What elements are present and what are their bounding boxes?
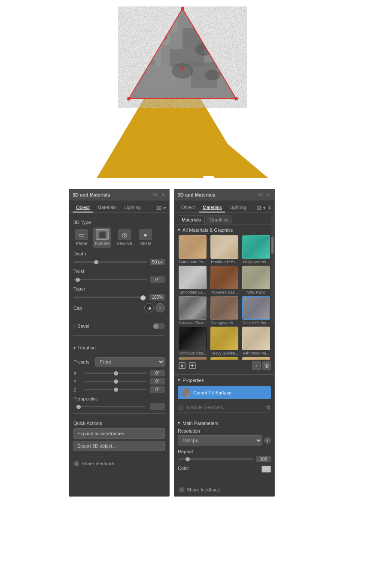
- sub-tab-materials[interactable]: Materials: [178, 215, 205, 224]
- mat-icon-download[interactable]: [188, 361, 197, 370]
- svg-rect-2: [131, 15, 157, 32]
- z-track[interactable]: [85, 389, 147, 390]
- x-track[interactable]: [85, 373, 147, 374]
- y-thumb[interactable]: [114, 379, 118, 384]
- info-icon-right[interactable]: ℹ: [269, 205, 271, 211]
- cap-icon-filled[interactable]: ◑: [144, 303, 154, 312]
- taper-track[interactable]: [73, 297, 147, 298]
- handle-top[interactable]: [181, 7, 184, 10]
- material-item-m10[interactable]: Ominous Obs...: [178, 327, 208, 355]
- all-materials-title[interactable]: ▾ All Materials & Graphics: [178, 227, 271, 233]
- panel-right-header: 3D and Materials << ×: [174, 189, 274, 200]
- material-item-m2[interactable]: Handmade Ri...: [210, 235, 240, 264]
- material-thumb-m8: [210, 296, 238, 320]
- share-feedback-left[interactable]: ℹ Share feedback: [69, 457, 169, 470]
- material-item-m9[interactable]: Comet Pit Sur...: [241, 296, 271, 325]
- tab-left-object[interactable]: Object: [73, 203, 93, 212]
- repeat-track[interactable]: [178, 458, 253, 460]
- panel-right: 3D and Materials << × Object Materials L…: [174, 189, 275, 497]
- perspective-value-box[interactable]: [150, 403, 165, 410]
- type-plane[interactable]: ▭ Plane: [73, 227, 90, 248]
- depth-thumb[interactable]: [94, 260, 98, 264]
- material-item-m8[interactable]: Cartagena Wa...: [210, 296, 240, 325]
- tab-right-object[interactable]: Object: [178, 203, 198, 212]
- type-inflate[interactable]: ● Inflate: [137, 227, 154, 248]
- material-name-m3: Wallpaper Wi...: [243, 260, 269, 264]
- right-scrollbar[interactable]: [271, 215, 274, 322]
- y-value[interactable]: 0°: [150, 378, 165, 385]
- material-item-m12[interactable]: Ash Wood Pa...: [241, 327, 271, 355]
- perspective-track[interactable]: [76, 406, 145, 407]
- svg-marker-16: [180, 364, 184, 367]
- material-item-m5[interactable]: Troweled Das...: [210, 266, 240, 294]
- y-row: Y 0°: [73, 378, 165, 385]
- properties-title-row[interactable]: ▾ Properties: [178, 377, 271, 383]
- twist-track[interactable]: [73, 279, 147, 280]
- color-swatch[interactable]: [262, 466, 271, 473]
- tab-left-lighting[interactable]: Lighting: [121, 203, 144, 212]
- presets-select[interactable]: Front: [95, 357, 165, 367]
- export-3d-btn[interactable]: Export 3D object...: [73, 441, 165, 451]
- material-item-m1[interactable]: Cardboard Pa...: [178, 235, 208, 264]
- repeat-thumb[interactable]: [186, 457, 190, 461]
- chevron-down-icon[interactable]: ▾: [164, 206, 166, 210]
- twist-thumb[interactable]: [76, 278, 80, 282]
- material-item-m11[interactable]: Heavy Golden...: [210, 327, 240, 355]
- x-value[interactable]: 0°: [150, 370, 165, 376]
- material-item-m13[interactable]: [178, 357, 208, 360]
- bevel-toggle[interactable]: [153, 323, 165, 329]
- tab-right-lighting[interactable]: Lighting: [226, 203, 249, 212]
- 3d-type-label: 3D Type: [73, 220, 165, 225]
- resolution-select[interactable]: 1024px: [178, 435, 262, 446]
- mat-icon-upload[interactable]: [178, 361, 186, 370]
- panel-right-close[interactable]: ×: [266, 192, 271, 197]
- taper-value[interactable]: 100%: [149, 294, 165, 300]
- z-thumb[interactable]: [114, 388, 118, 392]
- panel-left-close[interactable]: ×: [161, 192, 166, 197]
- tab-right-materials[interactable]: Materials: [199, 203, 225, 212]
- panel-left-collapse[interactable]: <<: [151, 192, 159, 197]
- type-revolve[interactable]: ◎ Revolve: [115, 227, 134, 248]
- twist-value[interactable]: 0°: [150, 276, 165, 283]
- material-item-m7[interactable]: Creased Plast...: [178, 296, 208, 325]
- bevel-header[interactable]: › Bevel: [73, 321, 165, 332]
- panel-right-collapse[interactable]: <<: [256, 192, 264, 197]
- download-icon: [189, 362, 196, 370]
- x-thumb[interactable]: [114, 371, 118, 376]
- resolution-info-btn[interactable]: ℹ: [264, 437, 271, 444]
- material-item-m4[interactable]: Smoothed La...: [178, 266, 208, 294]
- perspective-thumb[interactable]: [76, 405, 81, 409]
- material-item-m15[interactable]: [241, 357, 271, 360]
- material-item-m3[interactable]: Wallpaper Wi...: [241, 235, 271, 264]
- depth-track[interactable]: [73, 261, 147, 263]
- mat-del-btn[interactable]: 🗑: [262, 361, 271, 370]
- main-params-title-row[interactable]: ▾ Main Parameters: [178, 420, 271, 426]
- share-feedback-right[interactable]: ℹ Share feedback: [174, 483, 274, 496]
- mat-add-btn[interactable]: +: [252, 361, 261, 370]
- upload-icon: [178, 362, 186, 370]
- y-track[interactable]: [85, 381, 147, 382]
- handle-right[interactable]: [234, 97, 238, 100]
- material-item-m14[interactable]: [210, 357, 240, 360]
- handle-center[interactable]: [181, 67, 184, 70]
- repeat-value[interactable]: 100: [256, 456, 271, 462]
- expand-wireframes-btn[interactable]: Expand as wireframes: [73, 428, 165, 439]
- taper-thumb[interactable]: [140, 295, 146, 300]
- material-name-m7: Creased Plast...: [179, 321, 207, 325]
- cap-icon-outline[interactable]: ○: [155, 303, 165, 312]
- tab-left-materials[interactable]: Materials: [94, 203, 120, 212]
- chevron-down-icon-right[interactable]: ▾: [263, 206, 265, 210]
- invisible-geo-delete[interactable]: 🗑: [266, 404, 271, 410]
- rotation-header[interactable]: ▾ Rotation: [73, 342, 165, 353]
- z-value[interactable]: 0°: [150, 386, 165, 393]
- handle-left[interactable]: [127, 97, 131, 100]
- type-extrude[interactable]: ⬛ Extrude: [93, 227, 111, 248]
- invisible-geo-checkbox[interactable]: [178, 405, 183, 410]
- material-thumb-m10: [179, 327, 207, 350]
- x-label: X: [73, 371, 82, 376]
- right-scrollbar-thumb[interactable]: [271, 236, 274, 254]
- sub-tab-graphics[interactable]: Graphics: [206, 215, 232, 224]
- material-item-m6[interactable]: Wax Paint: [241, 266, 271, 294]
- invisible-geo-label: Invisible Geometry: [186, 405, 225, 410]
- depth-value[interactable]: 50 px: [150, 259, 165, 265]
